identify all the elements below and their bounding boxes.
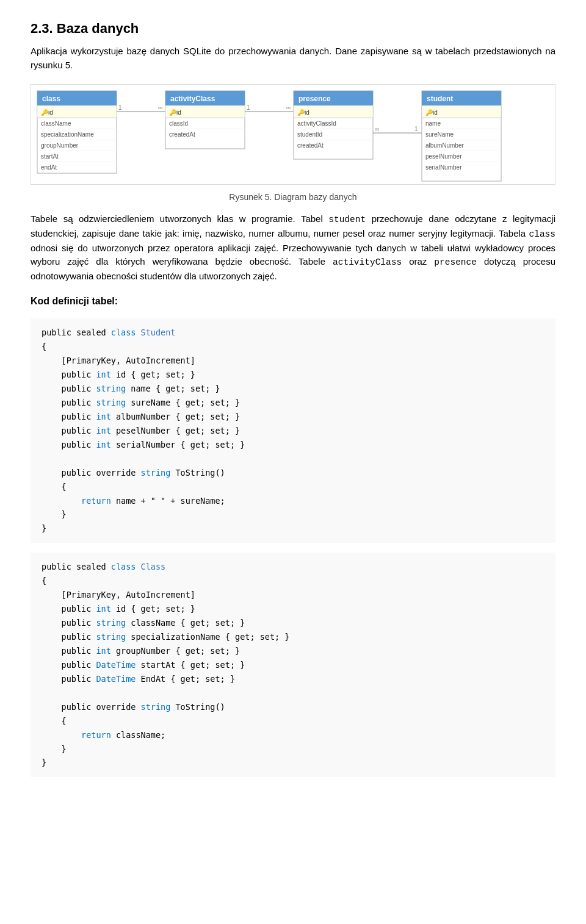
class-line-10: public override string ToString(): [42, 700, 544, 714]
para3-prefix: Tabel: [301, 213, 328, 224]
class-line-4: public int id { get; set; }: [42, 602, 544, 616]
svg-text:∞: ∞: [286, 104, 291, 111]
svg-text:id: id: [433, 109, 438, 116]
svg-text:id: id: [48, 109, 53, 116]
svg-text:id: id: [176, 109, 181, 116]
svg-text:createdAt: createdAt: [297, 142, 324, 149]
code-line-2: {: [42, 340, 544, 354]
svg-text:createdAt: createdAt: [169, 131, 195, 138]
class-line-6: public string specializationName { get; …: [42, 630, 544, 644]
svg-text:sureName: sureName: [425, 131, 454, 138]
code-class-block: public sealed class Class { [PrimaryKey,…: [31, 553, 555, 777]
svg-text:presence: presence: [298, 95, 331, 103]
class-line-8: public DateTime startAt { get; set; }: [42, 658, 544, 672]
database-diagram: class 🔑 id className specializationName …: [31, 84, 555, 185]
paragraph-tables: Tabele są odzwierciedleniem utworzonych …: [31, 212, 555, 283]
code-presence-inline: presence: [434, 257, 477, 267]
code-line-blank1: [42, 452, 544, 466]
svg-text:albumNumber: albumNumber: [425, 142, 464, 149]
svg-text:id: id: [305, 109, 309, 116]
code-line-1: public sealed class Student: [42, 326, 544, 340]
para2-text: Tabele są odzwierciedleniem utworzonych …: [31, 213, 295, 224]
svg-text:class: class: [42, 95, 60, 103]
svg-text:endAt: endAt: [41, 164, 57, 171]
svg-text:className: className: [41, 120, 71, 127]
svg-text:∞: ∞: [158, 104, 162, 111]
section-heading: 2.3. Baza danych: [31, 18, 555, 38]
class-line-13: }: [42, 742, 544, 756]
code-line-9: public int serialNumber { get; set; }: [42, 438, 544, 452]
svg-text:activityClassId: activityClassId: [297, 120, 336, 127]
code-student-inline: student: [328, 215, 366, 224]
code-class-inline: class: [529, 229, 555, 239]
class-line-11: {: [42, 714, 544, 728]
code-section-title: Kod definicji tabel:: [31, 294, 555, 309]
svg-text:1: 1: [414, 126, 418, 132]
svg-text:∞: ∞: [375, 126, 379, 132]
svg-text:activityClass: activityClass: [170, 95, 215, 103]
diagram-container: class 🔑 id className specializationName …: [31, 84, 555, 185]
class-line-blank: [42, 686, 544, 700]
code-line-11: {: [42, 480, 544, 494]
svg-text:serialNumber: serialNumber: [425, 164, 462, 171]
class-line-3: [PrimaryKey, AutoIncrement]: [42, 588, 544, 602]
code-line-14: }: [42, 521, 544, 535]
code-line-6: public string sureName { get; set; }: [42, 396, 544, 410]
code-line-5: public string name { get; set; }: [42, 382, 544, 396]
svg-text:1: 1: [118, 104, 122, 111]
svg-text:name: name: [425, 120, 441, 127]
class-line-5: public string className { get; set; }: [42, 616, 544, 630]
class-line-2: {: [42, 574, 544, 588]
code-student-block: public sealed class Student { [PrimaryKe…: [31, 318, 555, 543]
svg-text:peselNumber: peselNumber: [425, 153, 462, 160]
code-line-3: [PrimaryKey, AutoIncrement]: [42, 354, 544, 368]
code-line-13: }: [42, 507, 544, 521]
code-line-12: return name + " " + sureName;: [42, 494, 544, 508]
svg-text:groupNumber: groupNumber: [41, 142, 79, 149]
svg-text:studentId: studentId: [297, 131, 322, 138]
svg-text:student: student: [427, 95, 453, 103]
svg-text:specializationName: specializationName: [41, 131, 94, 138]
class-line-14: }: [42, 756, 544, 770]
class-line-7: public int groupNumber { get; set; }: [42, 644, 544, 658]
svg-text:startAt: startAt: [41, 153, 59, 160]
code-line-7: public int albumNumber { get; set; }: [42, 410, 544, 424]
class-line-9: public DateTime EndAt { get; set; }: [42, 672, 544, 686]
code-activityclass-inline: activityClass: [333, 257, 402, 267]
code-line-8: public int peselNumber { get; set; }: [42, 424, 544, 438]
svg-text:classId: classId: [169, 120, 188, 127]
para3-mid: oraz: [402, 256, 434, 267]
intro-paragraph: Aplikacja wykorzystuje bazę danych SQLit…: [31, 45, 555, 72]
figure-caption: Rysunek 5. Diagram bazy danych: [31, 191, 555, 204]
class-line-12: return className;: [42, 728, 544, 742]
code-line-4: public int id { get; set; }: [42, 368, 544, 382]
svg-text:1: 1: [247, 104, 250, 111]
class-line-1: public sealed class Class: [42, 560, 544, 574]
code-line-10: public override string ToString(): [42, 466, 544, 480]
